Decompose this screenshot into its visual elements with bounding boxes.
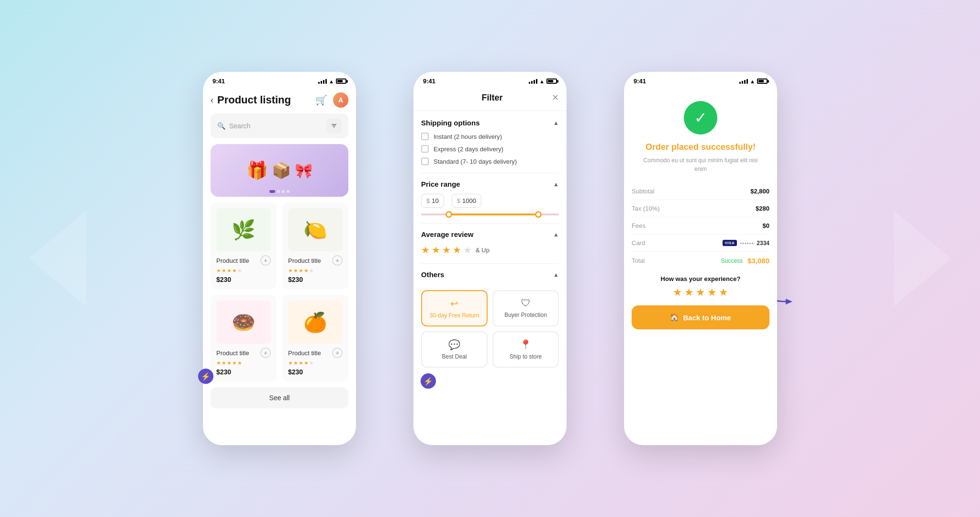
price-chevron-icon[interactable]: ▲ — [553, 181, 559, 188]
exp-star-2[interactable]: ★ — [684, 286, 694, 299]
shipping-option-express[interactable]: Express (2 days delivery) — [421, 145, 559, 153]
status-icons-2: ▲ — [529, 79, 557, 84]
card-info: VISA •••••• 2334 — [723, 240, 769, 247]
checkbox-standard[interactable] — [421, 157, 429, 165]
price-min-input[interactable]: $ 10 — [421, 194, 444, 208]
star-1: ★ — [216, 268, 221, 274]
shipping-label-express: Express (2 days delivery) — [434, 146, 503, 153]
ship-to-store-icon: 📍 — [520, 339, 532, 350]
filter-icon — [331, 123, 337, 129]
shipping-label-standard: Standard (7- 10 days delivery) — [434, 158, 517, 165]
review-stars-row: ★ ★ ★ ★ ★ & Up — [421, 244, 559, 256]
product-rating-4: ★ ★ ★ ★ ★ — [288, 360, 343, 366]
shipping-options-section: Shipping options ▲ Instant (2 hours deli… — [413, 111, 567, 173]
shipping-option-instant[interactable]: Instant (2 hours delivery) — [421, 133, 559, 140]
user-avatar[interactable]: A — [333, 92, 348, 108]
review-chevron-icon[interactable]: ▲ — [553, 231, 559, 238]
back-arrow-button[interactable]: ‹ — [211, 95, 213, 105]
cart-icon: 🛒 — [315, 95, 327, 105]
see-all-button[interactable]: See all — [211, 387, 348, 408]
experience-stars: ★ ★ ★ ★ ★ — [673, 286, 728, 299]
star-3: ★ — [227, 268, 232, 274]
success-title: Order placed successfully! — [646, 142, 756, 152]
add-button-1[interactable]: + — [260, 255, 271, 266]
search-input[interactable]: Search — [229, 122, 323, 130]
banner-dots — [269, 190, 290, 193]
subtotal-label: Subtotal — [632, 188, 655, 195]
star-2: ★ — [293, 268, 298, 274]
card-row: Card VISA •••••• 2334 — [632, 235, 769, 252]
cart-button[interactable]: 🛒 — [315, 94, 327, 106]
currency-sign-max: $ — [457, 197, 460, 204]
best-deal-label: Best Deal — [442, 353, 467, 360]
exp-star-1[interactable]: ★ — [673, 286, 682, 299]
filter-icon-button[interactable] — [326, 118, 342, 134]
free-return-label: 30-day Free Return — [429, 312, 479, 319]
review-star-4: ★ — [453, 244, 461, 256]
product-info-3: Product title + ★ ★ ★ ★ ★ $230 — [216, 348, 271, 376]
other-card-ship-to-store[interactable]: 📍 Ship to store — [492, 331, 559, 368]
wifi-icon-2: ▲ — [539, 79, 545, 84]
back-to-home-button[interactable]: 🏠 Back to Home — [632, 305, 769, 329]
exp-star-4[interactable]: ★ — [707, 286, 717, 299]
range-thumb-right[interactable] — [535, 211, 542, 218]
exp-star-3[interactable]: ★ — [696, 286, 705, 299]
star-4: ★ — [232, 360, 237, 366]
product-card-3[interactable]: 🍩 Product title + ★ ★ ★ ★ ★ $230 — [211, 295, 277, 382]
product-name-4: Product title — [288, 349, 321, 357]
price-inputs: $ 10 $ 1000 — [421, 194, 559, 208]
checkbox-instant[interactable] — [421, 133, 429, 140]
shipping-section-title: Shipping options — [421, 119, 479, 127]
shipping-chevron-icon[interactable]: ▲ — [553, 120, 559, 126]
price-max-value: 1000 — [462, 197, 476, 204]
product-price-3: $230 — [216, 368, 271, 376]
add-button-3[interactable]: + — [260, 348, 271, 358]
success-content: ✓ Order placed successfully! Commodo eu … — [624, 89, 777, 337]
search-bar[interactable]: 🔍 Search — [211, 113, 348, 138]
product-card-1[interactable]: 🌿 Product title + ★ ★ ★ ★ ★ $230 — [211, 202, 277, 289]
star-3: ★ — [227, 360, 232, 366]
tax-row: Tax (10%) $280 — [632, 200, 769, 217]
product-info-1: Product title + ★ ★ ★ ★ ★ $230 — [216, 255, 271, 283]
shipping-option-standard[interactable]: Standard (7- 10 days delivery) — [421, 157, 559, 165]
banner-items: 🎁 📦 🎀 — [246, 160, 312, 180]
star-4: ★ — [304, 360, 309, 366]
review-star-2: ★ — [432, 244, 440, 256]
product-card-2[interactable]: 🍋 Product title + ★ ★ ★ ★ ★ $230 — [282, 202, 348, 289]
dot-4 — [287, 190, 290, 193]
status-bar-3: 9:41 ▲ — [624, 72, 777, 89]
product-image-3: 🍩 — [216, 301, 271, 344]
card-label: Card — [632, 239, 645, 247]
add-button-4[interactable]: + — [332, 348, 343, 358]
other-card-best-deal[interactable]: 💬 Best Deal — [421, 331, 488, 368]
add-button-2[interactable]: + — [332, 255, 343, 266]
filter-close-button[interactable]: ✕ — [552, 92, 559, 103]
exp-star-5[interactable]: ★ — [719, 286, 728, 299]
product-name-2: Product title — [288, 257, 321, 264]
price-range-slider[interactable] — [421, 214, 559, 215]
success-description: Commodo eu ut sunt qui minim fugiat elit… — [632, 156, 769, 173]
header-icons: 🛒 A — [315, 92, 348, 108]
product-image-1: 🌿 — [216, 208, 271, 251]
price-max-input[interactable]: $ 1000 — [452, 194, 481, 208]
product-price-2: $230 — [288, 276, 343, 283]
product-card-4[interactable]: 🍊 Product title + ★ ★ ★ ★ ★ $230 — [282, 295, 348, 382]
checkmark-icon: ✓ — [694, 109, 707, 127]
battery-icon-1 — [336, 79, 346, 84]
battery-icon-2 — [546, 79, 557, 84]
filter-title: Filter — [433, 93, 552, 103]
checkbox-express[interactable] — [421, 145, 429, 153]
other-card-buyer-protection[interactable]: 🛡 Buyer Protection — [492, 290, 559, 326]
star-4: ★ — [304, 268, 309, 274]
others-section-header-wrap: Others ▲ — [413, 264, 567, 290]
star-5: ★ — [237, 268, 242, 274]
screens-container: 9:41 ▲ ‹ Product listing 🛒 — [203, 72, 777, 445]
product-listing-title: Product listing — [217, 94, 315, 106]
other-card-free-return[interactable]: ↩ 30-day Free Return — [421, 290, 488, 326]
svg-marker-4 — [786, 299, 792, 304]
others-chevron-icon[interactable]: ▲ — [553, 271, 559, 278]
range-thumb-left[interactable] — [445, 211, 452, 218]
shipping-section-header: Shipping options ▲ — [421, 119, 559, 127]
range-track — [449, 214, 538, 215]
product-image-2: 🍋 — [288, 208, 343, 251]
